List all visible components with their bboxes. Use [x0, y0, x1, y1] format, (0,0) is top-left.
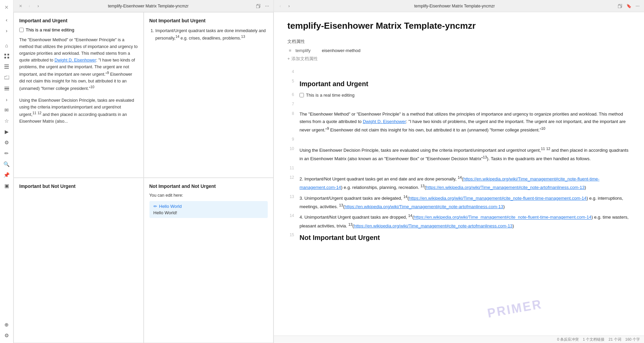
mail-icon[interactable]: ✉ — [2, 105, 11, 115]
line-5: 5 Important and Urgent — [287, 78, 630, 90]
q1-text1: The "Eisenhower Method" or "Eisenhower P… — [19, 36, 138, 92]
line-10: 10 Using the Eisenhower Decision Princip… — [287, 146, 630, 163]
right-forward-btn[interactable]: › — [285, 2, 293, 10]
add-property-btn[interactable]: + 添加文档属性 — [287, 56, 630, 62]
stack-icon[interactable] — [2, 84, 11, 93]
tab-back-btn[interactable]: ‹ — [26, 2, 33, 10]
chevron-right-icon[interactable]: › — [2, 95, 11, 104]
q2-list-item-1: Important/Urgent quadrant tasks are done… — [156, 27, 268, 42]
line-12-link2[interactable]: https://en.wikipedia.org/wiki/Time_manag… — [426, 185, 585, 190]
grid-icon3[interactable] — [2, 62, 11, 72]
pin-icon[interactable]: 📌 — [2, 170, 11, 180]
status-word-count: 21 个词 — [609, 337, 621, 342]
gear-icon[interactable]: ⚙ — [2, 331, 11, 340]
line-13-text: 3. Unimportant/Urgent quadrant tasks are… — [300, 194, 630, 211]
right-back-btn[interactable]: ‹ — [277, 2, 284, 10]
q4-title: Not Important and Not Urgent — [149, 183, 268, 189]
back-icon[interactable]: ‹ — [2, 15, 11, 24]
right-checkbox-label: This is a real time editing — [306, 92, 355, 99]
line-14-link2[interactable]: https://en.wikipedia.org/wiki/Time_manag… — [354, 223, 512, 228]
q3-title: Important but Not Urgent — [19, 183, 138, 189]
svg-rect-1 — [7, 54, 9, 55]
quadrant-not-important-urgent: Not Important but Urgent Important/Urgen… — [144, 12, 274, 178]
tab-close-btn[interactable]: ✕ — [17, 2, 24, 10]
search-icon[interactable]: 🔍 — [2, 160, 11, 169]
property-icon-1: ≡ — [287, 48, 293, 53]
star-icon[interactable]: ☆ — [2, 116, 11, 126]
line-14-link1[interactable]: https://en.wikipedia.org/wiki/Time_manag… — [414, 215, 592, 220]
right-panel: ‹ › templify-Eisenhower Matrix Template-… — [274, 0, 644, 343]
q4-hello-world-title[interactable]: Hello World — [159, 204, 182, 209]
q4-hello-world-body: Hello World! — [153, 210, 264, 215]
line-14: 14 4. Unimportant/Not Urgent quadrant ta… — [287, 213, 630, 230]
quadrant-important-urgent: Important and Urgent This is a real time… — [14, 12, 144, 178]
q1-checkbox[interactable] — [19, 28, 24, 32]
svg-rect-11 — [256, 5, 259, 8]
right-checkbox[interactable] — [300, 93, 304, 97]
q1-title: Important and Urgent — [19, 18, 138, 23]
tab-forward-btn[interactable]: › — [34, 2, 42, 10]
q4-hello-world-block: ✏ Hello World Hello World! — [149, 201, 268, 218]
grid-icon2[interactable] — [2, 51, 11, 61]
svg-rect-3 — [7, 57, 9, 58]
right-panel-content: templify-Eisenhower Matrix Template-yncm… — [274, 12, 644, 336]
svg-rect-7 — [4, 87, 9, 88]
q4-pencil-icon: ✏ — [153, 204, 157, 209]
close-icon[interactable]: ✕ — [2, 3, 11, 12]
right-bookmark-btn[interactable]: 🔖 — [625, 2, 633, 10]
quadrant-important-not-urgent: Important but Not Urgent — [14, 178, 144, 343]
line-13-link2[interactable]: https://en.wikipedia.org/wiki/Time_manag… — [344, 204, 503, 209]
forward-icon[interactable]: › — [2, 26, 11, 35]
line-12: 12 2. Important/Not Urgent quadrant task… — [287, 174, 630, 192]
add-property-label: 添加文档属性 — [291, 56, 318, 62]
tab-copy-btn[interactable] — [255, 2, 262, 10]
line-14-text: 4. Unimportant/Not Urgent quadrant tasks… — [300, 213, 630, 230]
sidebar-left: ✕ ‹ › ⌂ › ✉ ☆ ▶ ⚙ ✏ 🔍 📌 ▣ ⊕ ⚙ — [0, 0, 14, 343]
line-7: 7 — [287, 101, 630, 108]
right-heading-not-important-urgent: Not Important but Urgent — [300, 232, 630, 243]
status-conflict: 0 条反应冲突 — [557, 337, 579, 342]
right-copy-btn[interactable] — [616, 2, 624, 10]
line-13-link1[interactable]: https://en.wikipedia.org/wiki/Time_manag… — [409, 196, 587, 201]
q1-checkbox-row: This is a real time editing — [19, 27, 138, 32]
property-key-1: templify — [295, 48, 319, 53]
svg-rect-13 — [618, 5, 621, 8]
line-11: 11 — [287, 165, 630, 172]
right-tab-title: templify-Eisenhower Matrix Template-yncm… — [294, 4, 615, 8]
home-icon[interactable]: ⌂ — [2, 41, 11, 50]
line-8: 8 The "Eisenhower Method" or "Eisenhower… — [287, 111, 630, 134]
property-row-1: ≡ templify eisenhower-method — [287, 48, 630, 53]
line-13: 13 3. Unimportant/Urgent quadrant tasks … — [287, 194, 630, 211]
status-bar: 0 条反应冲突 1 个文档链接 21 个词 160 个字 — [274, 336, 644, 343]
plus-icon: + — [287, 56, 290, 61]
q1-link-eisenhower[interactable]: Dwight D. Eisenhower — [54, 58, 96, 63]
folder-icon[interactable] — [2, 73, 11, 82]
svg-rect-9 — [4, 90, 9, 91]
q4-editable-label: You can edit here: — [149, 193, 268, 198]
line-10-text: Using the Eisenhower Decision Principle,… — [300, 146, 630, 163]
svg-rect-4 — [4, 65, 9, 65]
line-15: 15 Not Important but Urgent — [287, 232, 630, 243]
status-num-count: 160 个字 — [625, 337, 640, 342]
pencil-icon[interactable]: ✏ — [2, 149, 11, 158]
matrix-grid: Important and Urgent This is a real time… — [14, 12, 273, 343]
right-link-eisenhower[interactable]: Dwight D. Eisenhower — [363, 119, 406, 124]
svg-rect-8 — [4, 88, 9, 89]
doc-title: templify-Eisenhower Matrix Template-yncm… — [287, 20, 630, 32]
line-6: 6 This is a real time editing — [287, 92, 630, 99]
right-more-btn[interactable]: ⋯ — [634, 2, 641, 10]
line-4: 4 — [287, 69, 630, 76]
quadrant-not-important-not-urgent: Not Important and Not Urgent You can edi… — [144, 178, 274, 343]
play-icon[interactable]: ▶ — [2, 127, 11, 137]
q2-title: Not Important but Urgent — [149, 18, 268, 23]
plus-circle-icon[interactable]: ⊕ — [2, 320, 11, 329]
q1-text2: Using the Eisenhower Decision Principle,… — [19, 97, 138, 125]
tab-more-btn[interactable]: ⋯ — [263, 2, 271, 10]
settings-icon[interactable]: ⚙ — [2, 138, 11, 147]
property-value-1[interactable]: eisenhower-method — [322, 48, 360, 53]
right-checkbox-row: This is a real time editing — [300, 92, 630, 99]
q1-checkbox-label: This is a real time editing — [26, 27, 74, 32]
svg-rect-2 — [4, 57, 6, 58]
right-heading-important-urgent: Important and Urgent — [300, 78, 630, 90]
box-icon[interactable]: ▣ — [2, 181, 11, 191]
